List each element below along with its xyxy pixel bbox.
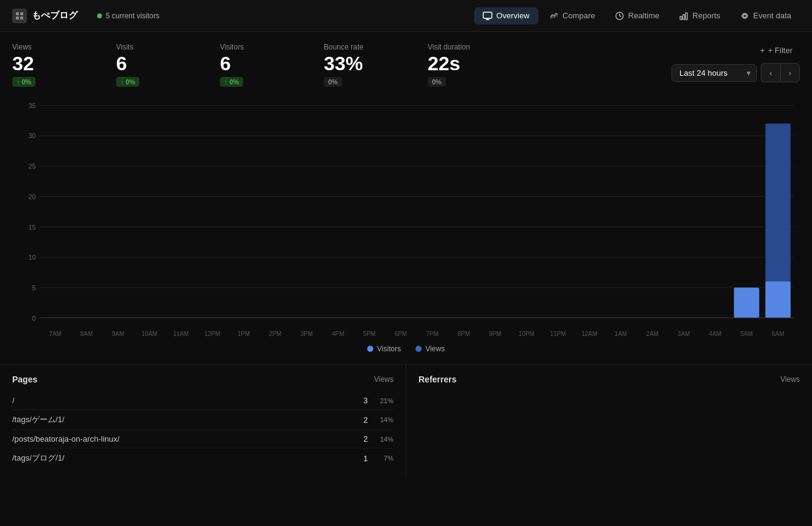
svg-text:30: 30 (29, 132, 36, 139)
compare-label: Compare (563, 11, 595, 20)
svg-text:20: 20 (29, 193, 36, 200)
event-icon (740, 11, 750, 21)
page-path: /tags/ゲーム/1/ (12, 414, 64, 425)
svg-text:15: 15 (29, 223, 36, 230)
svg-text:9PM: 9PM (489, 331, 501, 337)
table-row: / 3 21% (12, 392, 393, 410)
duration-badge: 0% (428, 77, 446, 87)
visits-badge: ↑ 0% (116, 77, 139, 87)
svg-text:7AM: 7AM (49, 331, 61, 337)
page-path: /posts/beatoraja-on-arch-linux/ (12, 434, 120, 444)
stat-views: Views 32 ↑ 0% (12, 43, 92, 87)
clock-icon (615, 11, 624, 21)
svg-text:8PM: 8PM (458, 331, 470, 337)
pages-col-header: Views (374, 375, 393, 384)
current-visitors: 5 current visitors (97, 12, 159, 20)
logo-icon (12, 9, 27, 23)
chart-container: 051015202530357AM8AM9AM10AM11AM12PM1PM2P… (6, 93, 806, 364)
filter-label: + Filter (768, 46, 792, 55)
header: もぺブログ 5 current visitors Overview Compar… (0, 0, 812, 32)
svg-text:11PM: 11PM (550, 331, 566, 337)
svg-text:3AM: 3AM (678, 331, 690, 337)
row-count: 3 (356, 396, 368, 405)
nav-item-reports[interactable]: Reports (670, 7, 729, 24)
bounce-value: 33% (324, 54, 403, 73)
svg-text:12PM: 12PM (205, 331, 221, 337)
nav-item-realtime[interactable]: Realtime (606, 7, 668, 24)
stat-visitors: Visitors 6 ↑ 0% (220, 43, 299, 87)
svg-text:4PM: 4PM (332, 331, 344, 337)
views-badge: ↑ 0% (12, 77, 35, 87)
filter-button[interactable]: + + Filter (753, 43, 800, 58)
nav-item-compare[interactable]: Compare (541, 7, 604, 24)
svg-rect-0 (16, 12, 19, 15)
table-row: /tags/ブログ/1/ 1 7% (12, 448, 393, 468)
row-right: 1 7% (356, 454, 393, 463)
filter-plus-icon: + (760, 46, 765, 55)
svg-rect-55 (766, 282, 791, 318)
logo-area: もぺブログ (12, 9, 78, 23)
chart-icon (679, 11, 689, 21)
compare-icon (549, 11, 559, 21)
svg-text:8AM: 8AM (81, 331, 93, 337)
pages-header: Pages Views (12, 374, 393, 384)
monitor-icon (483, 11, 492, 21)
svg-rect-54 (734, 288, 759, 318)
overview-label: Overview (496, 11, 529, 20)
nav-item-overview[interactable]: Overview (474, 7, 538, 24)
svg-text:2PM: 2PM (269, 331, 281, 337)
svg-rect-4 (483, 12, 492, 18)
svg-text:35: 35 (29, 101, 36, 109)
prev-arrow-button[interactable]: ‹ (761, 63, 780, 82)
svg-text:10PM: 10PM (519, 331, 535, 337)
svg-point-11 (743, 14, 746, 17)
page-path: /tags/ブログ/1/ (12, 453, 64, 464)
visitors-label: Visitors (220, 43, 299, 51)
views-dot-legend (415, 346, 422, 352)
svg-text:6PM: 6PM (395, 331, 407, 337)
svg-text:5AM: 5AM (741, 331, 753, 337)
views-label: Views (12, 43, 92, 51)
filter-area: + + Filter Last 24 hours Last 7 days Las… (671, 43, 800, 82)
svg-text:5: 5 (32, 284, 36, 291)
row-pct: 14% (374, 436, 393, 443)
nav-item-event-data[interactable]: Event data (731, 7, 800, 24)
referrers-title: Referrers (419, 374, 456, 384)
pages-section: Pages Views / 3 21% /tags/ゲーム/1/ 2 14% /… (0, 365, 406, 478)
svg-text:7PM: 7PM (426, 331, 438, 337)
svg-text:11AM: 11AM (173, 331, 189, 337)
row-right: 2 14% (356, 415, 393, 425)
pages-title: Pages (12, 374, 37, 384)
row-count: 2 (356, 434, 368, 444)
svg-rect-9 (683, 15, 685, 20)
next-arrow-button[interactable]: › (780, 63, 800, 82)
row-right: 2 14% (356, 434, 393, 444)
visitors-legend-label: Visitors (377, 345, 401, 353)
page-path: / (12, 396, 15, 405)
svg-text:5PM: 5PM (364, 331, 376, 337)
visits-value: 6 (116, 54, 196, 73)
realtime-label: Realtime (628, 11, 659, 20)
referrers-col-header: Views (780, 375, 800, 384)
table-row: /posts/beatoraja-on-arch-linux/ 2 14% (12, 430, 393, 448)
pages-rows: / 3 21% /tags/ゲーム/1/ 2 14% /posts/beator… (12, 392, 393, 468)
bounce-badge: 0% (324, 77, 342, 87)
reports-label: Reports (692, 11, 720, 20)
svg-text:12AM: 12AM (582, 331, 598, 337)
svg-rect-10 (686, 13, 687, 20)
stat-duration: Visit duration 22s 0% (428, 43, 507, 87)
views-value: 32 (12, 54, 92, 73)
svg-text:0: 0 (32, 314, 36, 321)
row-pct: 14% (374, 416, 393, 423)
svg-text:25: 25 (29, 163, 36, 170)
svg-rect-3 (20, 16, 23, 20)
bounce-label: Bounce rate (324, 43, 403, 51)
table-row: /tags/ゲーム/1/ 2 14% (12, 410, 393, 430)
site-title: もぺブログ (32, 10, 78, 21)
time-range-row: Last 24 hours Last 7 days Last 30 days L… (671, 63, 800, 82)
chart-svg: 051015202530357AM8AM9AM10AM11AM12PM1PM2P… (12, 99, 800, 337)
time-range-select[interactable]: Last 24 hours Last 7 days Last 30 days L… (671, 64, 757, 82)
chart-area: 051015202530357AM8AM9AM10AM11AM12PM1PM2P… (12, 99, 800, 337)
legend-views: Views (415, 345, 445, 353)
referrers-section: Referrers Views (406, 365, 812, 478)
